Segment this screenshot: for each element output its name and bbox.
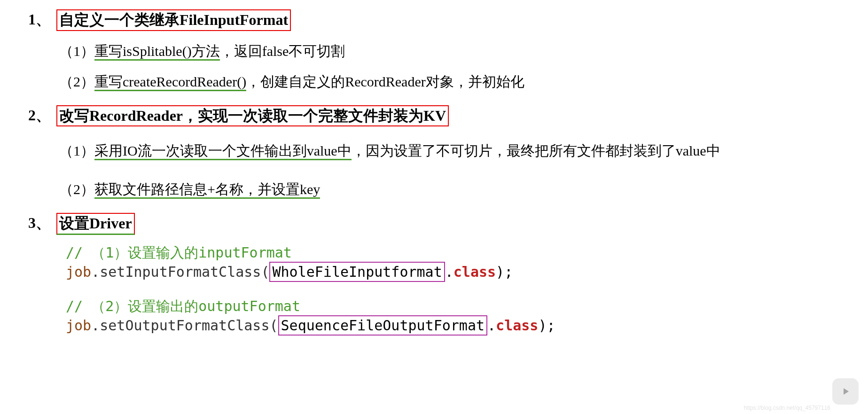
- heading-3: 设置Driver: [56, 213, 135, 235]
- underline-text: 采用IO流一次读取一个文件输出到value中: [94, 143, 352, 160]
- code-object: job: [66, 264, 91, 280]
- sub-number: （1）: [59, 43, 94, 59]
- section-2: 2、 改写RecordReader，实现一次读取一个完整文件封装为KV （1）采…: [28, 105, 840, 200]
- list-item-2: 2、 改写RecordReader，实现一次读取一个完整文件封装为KV: [28, 105, 840, 127]
- code-method: .setInputFormatClass(: [91, 264, 269, 280]
- list-item-1: 1、 自定义一个类继承FileInputFormat: [28, 9, 840, 31]
- rest-text: ，返回false不可切割: [220, 43, 345, 59]
- section-3: 3、 设置Driver // （1）设置输入的inputFormat job.s…: [28, 213, 840, 336]
- underline-text: 重写createRecordReader(): [94, 74, 246, 91]
- code-object: job: [66, 317, 91, 334]
- underline-text: 获取文件路径信息+名称，并设置key: [94, 181, 320, 199]
- sub-item-2-1: （1）采用IO流一次读取一个文件输出到value中，因为设置了不可切片，最终把所…: [31, 136, 840, 165]
- sub-number: （1）: [59, 143, 94, 158]
- sub-number: （2）: [59, 181, 94, 197]
- code-block-2: // （2）设置输出的outputFormat job.setOutputFor…: [66, 297, 840, 336]
- list-number-3: 3、: [28, 213, 51, 234]
- list-item-3: 3、 设置Driver: [28, 213, 840, 235]
- code-dot: .: [445, 264, 454, 280]
- code-keyword: class: [496, 317, 538, 334]
- code-boxed-class: WholeFileInputformat: [269, 262, 445, 282]
- underline-text: 重写isSplitable()方法: [94, 43, 220, 61]
- sub-number: （2）: [59, 74, 94, 89]
- code-boxed-class: SequenceFileOutputFormat: [278, 315, 487, 336]
- heading-2: 改写RecordReader，实现一次读取一个完整文件封装为KV: [56, 105, 449, 127]
- code-line: job.setInputFormatClass(WholeFileInputfo…: [66, 262, 840, 282]
- code-end: );: [538, 317, 555, 334]
- sub-item-1-2: （2）重写createRecordReader()，创建自定义的RecordRe…: [59, 71, 840, 92]
- code-comment: // （2）设置输出的outputFormat: [66, 297, 840, 315]
- section-1: 1、 自定义一个类继承FileInputFormat （1）重写isSplita…: [28, 9, 840, 92]
- code-line: job.setOutputFormatClass(SequenceFileOut…: [66, 315, 840, 336]
- sub-item-2-2: （2）获取文件路径信息+名称，并设置key: [59, 179, 840, 200]
- list-number-1: 1、: [28, 9, 51, 30]
- heading-1: 自定义一个类继承FileInputFormat: [56, 9, 291, 31]
- code-keyword: class: [454, 264, 496, 280]
- rest-text: ，因为设置了不可切片，最终把所有文件都封装到了value中: [352, 143, 720, 158]
- code-end: );: [496, 264, 513, 280]
- list-number-2: 2、: [28, 105, 51, 126]
- code-method: .setOutputFormatClass(: [91, 317, 278, 334]
- rest-text: ，创建自定义的RecordReader对象，并初始化: [246, 74, 524, 89]
- code-block-1: // （1）设置输入的inputFormat job.setInputForma…: [66, 243, 840, 282]
- sub-item-1-1: （1）重写isSplitable()方法，返回false不可切割: [59, 40, 840, 62]
- code-comment: // （1）设置输入的inputFormat: [66, 243, 840, 262]
- code-dot: .: [487, 317, 496, 334]
